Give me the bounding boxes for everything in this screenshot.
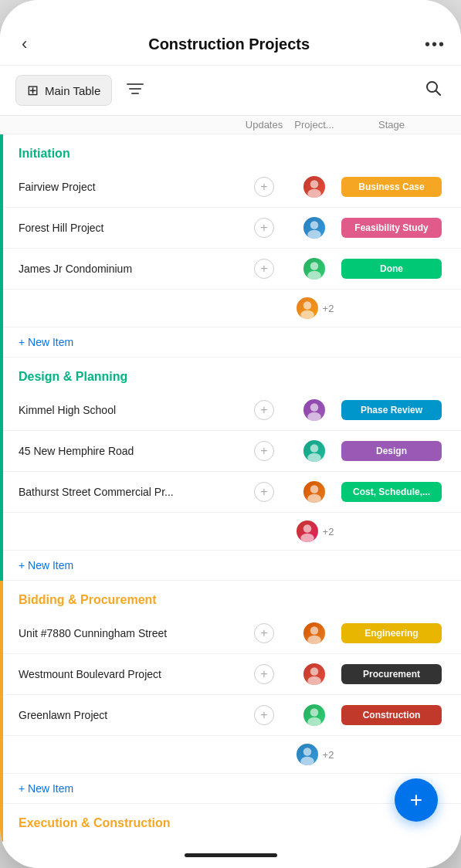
svg-point-24 xyxy=(307,676,321,685)
home-bar xyxy=(185,853,277,857)
row-project xyxy=(291,662,337,687)
svg-point-18 xyxy=(307,494,321,503)
row-stage: Procurement xyxy=(337,664,446,684)
row-name: Unit #7880 Cunningham Street xyxy=(19,627,237,639)
row-project xyxy=(291,256,337,281)
row-name: Fairview Project xyxy=(19,181,237,193)
new-item-extra-row: +2 xyxy=(3,290,461,327)
toolbar: ⊞ Main Table xyxy=(0,66,461,116)
add-update-button[interactable]: + xyxy=(254,259,274,279)
row-project-extra: +2 xyxy=(291,296,337,320)
add-update-button[interactable]: + xyxy=(254,623,274,643)
new-item-link[interactable]: + New Item xyxy=(19,336,73,348)
group-header-design: Design & Planning xyxy=(3,358,461,390)
row-project xyxy=(291,703,337,727)
row-project xyxy=(291,215,337,240)
row-updates[interactable]: + xyxy=(237,623,291,643)
add-update-button[interactable]: + xyxy=(254,441,274,461)
svg-point-13 xyxy=(310,403,319,412)
add-update-button[interactable]: + xyxy=(254,664,274,684)
row-name: Greenlawn Project xyxy=(19,709,237,721)
new-item-row: + New Item xyxy=(3,774,461,804)
new-item-extra-row: +2 xyxy=(3,736,461,774)
row-project xyxy=(291,175,337,199)
table-row: Bathurst Street Commercial Pr... + Cost,… xyxy=(3,472,461,513)
row-name: Westmount Boulevard Project xyxy=(19,668,237,680)
svg-point-17 xyxy=(310,485,319,493)
home-indicator xyxy=(0,842,461,868)
group-execution: Execution & Construction Unit #466 Yonge… xyxy=(0,804,461,842)
table-row: Fairview Project + Business Case xyxy=(3,167,461,208)
row-updates[interactable]: + xyxy=(237,400,291,420)
row-updates[interactable]: + xyxy=(237,705,291,725)
svg-line-4 xyxy=(436,91,441,96)
row-name: James Jr Condominium xyxy=(19,263,237,275)
fab-button[interactable]: + xyxy=(395,778,438,822)
stage-badge: Done xyxy=(341,259,442,279)
add-update-button[interactable]: + xyxy=(254,482,274,502)
svg-point-7 xyxy=(310,221,319,229)
row-updates[interactable]: + xyxy=(237,218,291,238)
row-stage: Done xyxy=(337,259,446,279)
new-item-row: + New Item xyxy=(3,327,461,358)
table-header: Updates Project... Stage xyxy=(0,116,461,134)
table-row: Kimmel High School + Phase Review xyxy=(3,390,461,431)
extra-count: +2 xyxy=(323,526,334,537)
row-project xyxy=(291,398,337,422)
svg-point-14 xyxy=(307,412,321,421)
avatar xyxy=(302,439,327,463)
avatar xyxy=(302,703,327,727)
row-stage: Design xyxy=(337,441,446,461)
stage-badge: Business Case xyxy=(341,177,442,197)
add-update-button[interactable]: + xyxy=(254,400,274,420)
svg-point-26 xyxy=(307,717,321,726)
avatar xyxy=(302,215,327,240)
add-update-button[interactable]: + xyxy=(254,177,274,197)
stage-badge: Design xyxy=(341,441,442,461)
avatar xyxy=(302,256,327,281)
page-title: Construction Projects xyxy=(148,36,310,53)
group-header-initiation: Initiation xyxy=(3,134,461,167)
svg-point-20 xyxy=(300,534,314,542)
row-updates[interactable]: + xyxy=(237,664,291,684)
row-stage: Business Case xyxy=(337,177,446,197)
add-update-button[interactable]: + xyxy=(254,705,274,725)
row-stage: Phase Review xyxy=(337,400,446,420)
new-item-link[interactable]: + New Item xyxy=(19,782,73,795)
search-button[interactable] xyxy=(421,76,446,105)
row-stage: Engineering xyxy=(337,623,446,643)
more-button[interactable]: ••• xyxy=(425,36,446,53)
filter-button[interactable] xyxy=(121,76,149,105)
phone-container: ‹ Construction Projects ••• ⊞ Main Table xyxy=(0,0,461,868)
row-updates[interactable]: + xyxy=(237,177,291,197)
svg-point-15 xyxy=(310,444,319,453)
stage-badge: Cost, Schedule,... xyxy=(341,482,442,502)
group-header-bidding: Bidding & Procurement xyxy=(3,581,461,613)
row-updates[interactable]: + xyxy=(237,482,291,502)
group-design: Design & Planning Kimmel High School + P… xyxy=(0,358,461,581)
avatar xyxy=(295,519,320,544)
group-initiation: Initiation Fairview Project + Business C… xyxy=(0,134,461,358)
new-item-link[interactable]: + New Item xyxy=(19,559,73,571)
main-table-button[interactable]: ⊞ Main Table xyxy=(15,75,112,106)
stage-badge: Engineering xyxy=(341,623,442,643)
add-update-button[interactable]: + xyxy=(254,218,274,238)
row-project-extra: +2 xyxy=(291,519,337,544)
svg-point-6 xyxy=(307,189,321,198)
new-item-extra-row: +2 xyxy=(3,513,461,551)
row-stage: Feasibility Study xyxy=(337,218,446,238)
table-row: Greenlawn Project + Construction xyxy=(3,695,461,736)
stage-badge: Feasibility Study xyxy=(341,218,442,238)
avatar xyxy=(295,742,320,767)
svg-point-21 xyxy=(310,626,319,635)
main-content: Updates Project... Stage Initiation Fair… xyxy=(0,116,461,842)
svg-point-22 xyxy=(307,636,321,644)
stage-badge: Construction xyxy=(341,705,442,725)
row-updates[interactable]: + xyxy=(237,441,291,461)
back-button[interactable]: ‹ xyxy=(15,31,33,57)
extra-count: +2 xyxy=(323,303,334,314)
row-updates[interactable]: + xyxy=(237,259,291,279)
row-name: Bathurst Street Commercial Pr... xyxy=(19,486,237,498)
svg-point-8 xyxy=(307,230,321,239)
svg-point-28 xyxy=(300,757,314,765)
